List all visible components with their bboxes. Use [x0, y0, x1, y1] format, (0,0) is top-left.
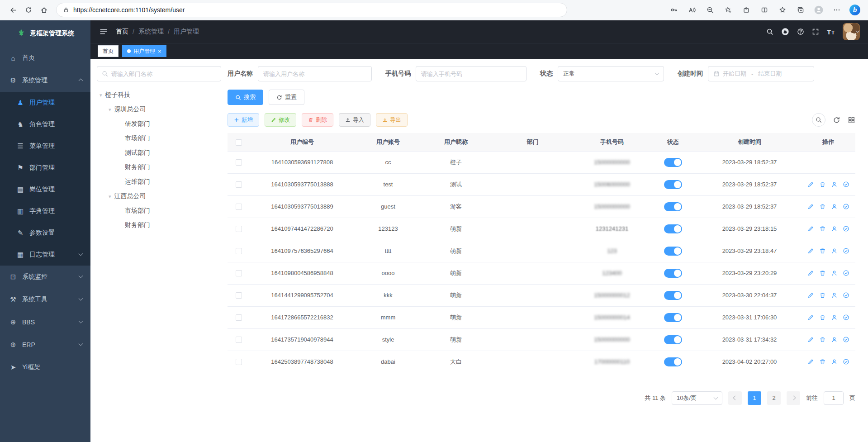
status-toggle[interactable]: [664, 158, 682, 167]
row-reset-password-icon[interactable]: [831, 247, 838, 254]
sidebar-item[interactable]: ➤ Yi框架: [0, 356, 90, 379]
favorites-icon[interactable]: [775, 2, 790, 18]
row-edit-icon[interactable]: [807, 358, 814, 365]
import-button[interactable]: 导入: [339, 113, 370, 127]
collections-icon[interactable]: [793, 2, 808, 18]
fullscreen-icon[interactable]: [812, 28, 819, 35]
next-page-button[interactable]: [787, 391, 800, 405]
status-toggle[interactable]: [664, 269, 682, 278]
browser-home-icon[interactable]: [36, 2, 52, 18]
sidebar-item[interactable]: ▤ 岗位管理: [0, 179, 90, 200]
zoom-icon[interactable]: [702, 2, 718, 18]
row-edit-icon[interactable]: [807, 292, 814, 299]
tree-node[interactable]: ▾ 深圳总公司: [97, 102, 221, 117]
row-checkbox[interactable]: [236, 314, 242, 321]
row-delete-icon[interactable]: [819, 336, 826, 343]
row-reset-password-icon[interactable]: [831, 203, 838, 210]
browser-back-icon[interactable]: [5, 2, 21, 18]
sidebar-item[interactable]: ✎ 参数设置: [0, 222, 90, 244]
row-assign-role-icon[interactable]: [843, 181, 849, 188]
status-select[interactable]: 正常: [558, 66, 664, 81]
row-reset-password-icon[interactable]: [831, 270, 838, 276]
sidebar-item[interactable]: ⊕ BBS: [0, 311, 90, 333]
hamburger-icon[interactable]: [100, 28, 108, 36]
extensions-icon[interactable]: [739, 2, 754, 18]
row-reset-password-icon[interactable]: [831, 314, 838, 321]
row-delete-icon[interactable]: [819, 314, 826, 321]
tab-close-icon[interactable]: ×: [158, 48, 161, 54]
row-delete-icon[interactable]: [819, 247, 826, 254]
row-assign-role-icon[interactable]: [843, 314, 849, 321]
row-checkbox[interactable]: [236, 248, 242, 254]
tree-node[interactable]: ▾ 市场部门: [97, 131, 221, 146]
browser-refresh-icon[interactable]: [21, 2, 36, 18]
github-icon[interactable]: [781, 28, 789, 36]
sidebar-item[interactable]: ☰ 菜单管理: [0, 135, 90, 157]
tab-home[interactable]: 首页: [98, 45, 119, 57]
status-toggle[interactable]: [664, 357, 682, 366]
row-edit-icon[interactable]: [807, 247, 814, 254]
sidebar-item[interactable]: ▥ 字典管理: [0, 200, 90, 222]
department-search-input[interactable]: [111, 71, 216, 77]
row-assign-role-icon[interactable]: [843, 247, 849, 254]
status-toggle[interactable]: [664, 202, 682, 211]
row-delete-icon[interactable]: [819, 225, 826, 232]
tree-node[interactable]: ▾ 测试部门: [97, 146, 221, 160]
tree-node[interactable]: ▾ 研发部门: [97, 117, 221, 131]
breadcrumb-home[interactable]: 首页: [116, 28, 128, 36]
bing-chat-icon[interactable]: b: [847, 2, 863, 18]
row-edit-icon[interactable]: [807, 270, 814, 276]
row-checkbox[interactable]: [236, 226, 242, 232]
row-delete-icon[interactable]: [819, 203, 826, 210]
toggle-search-icon[interactable]: [812, 113, 825, 127]
status-toggle[interactable]: [664, 224, 682, 233]
sidebar-item[interactable]: ♟ 用户管理: [0, 92, 90, 114]
export-button[interactable]: 导出: [376, 113, 408, 127]
row-checkbox[interactable]: [236, 337, 242, 343]
sidebar-item[interactable]: ⌂ 首页: [0, 47, 90, 69]
status-toggle[interactable]: [664, 335, 682, 344]
tree-node[interactable]: ▾ 橙子科技: [97, 88, 221, 102]
page-1-button[interactable]: 1: [748, 391, 761, 405]
row-checkbox[interactable]: [236, 159, 242, 166]
sidebar-item[interactable]: ⚑ 部门管理: [0, 157, 90, 179]
row-checkbox[interactable]: [236, 204, 242, 210]
row-reset-password-icon[interactable]: [831, 358, 838, 365]
tree-node[interactable]: ▾ 财务部门: [97, 160, 221, 175]
row-delete-icon[interactable]: [819, 292, 826, 299]
username-input[interactable]: [263, 71, 366, 77]
sidebar-item[interactable]: ⊡ 系统监控: [0, 266, 90, 288]
date-range-picker[interactable]: 开始日期 - 结束日期: [708, 66, 814, 81]
sidebar-item[interactable]: ♞ 角色管理: [0, 114, 90, 135]
sidebar-item[interactable]: ⊕ ERP: [0, 333, 90, 356]
edit-button[interactable]: 修改: [265, 113, 296, 127]
tab-user-management[interactable]: 用户管理 ×: [122, 45, 166, 57]
select-all-checkbox[interactable]: [236, 139, 242, 146]
read-aloud-icon[interactable]: [684, 2, 700, 18]
delete-button[interactable]: 删除: [302, 113, 333, 127]
row-assign-role-icon[interactable]: [843, 292, 849, 299]
split-screen-icon[interactable]: [757, 2, 772, 18]
refresh-table-icon[interactable]: [833, 116, 840, 124]
header-search-icon[interactable]: [766, 28, 773, 35]
font-size-icon[interactable]: TT: [827, 28, 835, 36]
row-assign-role-icon[interactable]: [843, 358, 849, 365]
breadcrumb-system[interactable]: 系统管理: [138, 28, 164, 36]
tree-node[interactable]: ▾ 财务部门: [97, 218, 221, 233]
row-reset-password-icon[interactable]: [831, 181, 838, 188]
row-checkbox[interactable]: [236, 359, 242, 365]
add-button[interactable]: 新增: [228, 113, 259, 127]
row-edit-icon[interactable]: [807, 181, 814, 188]
status-toggle[interactable]: [664, 180, 682, 189]
row-reset-password-icon[interactable]: [831, 225, 838, 232]
status-toggle[interactable]: [664, 291, 682, 300]
add-favorite-icon[interactable]: [721, 2, 736, 18]
browser-profile-avatar[interactable]: [811, 2, 826, 18]
goto-page-input[interactable]: [824, 391, 844, 405]
page-size-select[interactable]: 10条/页: [672, 391, 722, 405]
row-edit-icon[interactable]: [807, 336, 814, 343]
row-assign-role-icon[interactable]: [843, 336, 849, 343]
tree-node[interactable]: ▾ 市场部门: [97, 204, 221, 218]
search-button[interactable]: 搜索: [228, 90, 263, 105]
phone-input[interactable]: [421, 71, 521, 77]
